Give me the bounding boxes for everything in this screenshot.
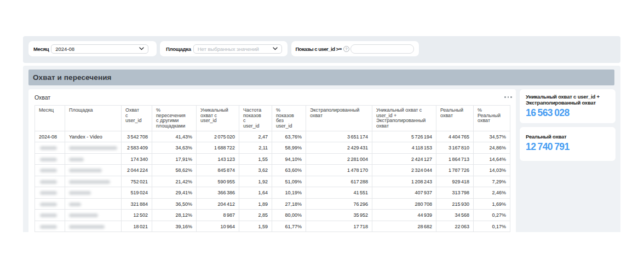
cell-value: 36,50% — [152, 198, 197, 210]
column-header-3[interactable]: Охват с user_id — [122, 106, 152, 131]
cell-month: 2024-08 — [35, 131, 65, 142]
cell-value: 61,77% — [272, 221, 306, 232]
cell-value: 12 502 — [122, 210, 152, 221]
section-header: Охват и пересечения — [28, 70, 614, 85]
cell-value: 1,89 — [239, 198, 272, 210]
cell-month — [35, 210, 65, 221]
section-title: Охват и пересечения — [33, 73, 112, 82]
cell-month — [35, 198, 65, 210]
cell-value: 58,99% — [272, 142, 306, 154]
table-row: 519 02429,41%366 3861,6410,19%41 551407 … — [35, 187, 510, 199]
redacted-blur — [69, 213, 98, 217]
cell-value: 2,46% — [474, 187, 510, 199]
cell-platform — [65, 198, 122, 210]
redacted-blur — [40, 203, 57, 206]
redacted-blur — [40, 180, 57, 184]
cell-value: 215 930 — [436, 198, 474, 210]
cell-value: 2 075 020 — [197, 131, 239, 142]
column-header-9[interactable]: Уникальный охват с user_id + Экстраполир… — [372, 106, 436, 131]
cell-value: 313 798 — [436, 187, 474, 199]
ellipsis-menu-icon[interactable] — [504, 95, 511, 99]
cell-value: 1,92 — [239, 176, 272, 187]
impressions-input[interactable] — [350, 44, 414, 54]
month-select[interactable]: 2024-08 — [51, 44, 148, 54]
cell-platform — [65, 210, 122, 221]
section-covr: Охват и пересечения Охват МесяцПлощадкаО… — [23, 66, 620, 232]
filter-impressions: Показы с user_id >= ? — [291, 41, 419, 56]
cell-value: 34,63% — [152, 142, 197, 154]
cell-value: 174 340 — [122, 153, 152, 165]
cell-value: 1 208 243 — [372, 176, 436, 187]
cell-value: 2 044 224 — [122, 165, 152, 176]
redacted-blur — [69, 203, 81, 206]
cell-value: 7,29% — [474, 176, 510, 187]
column-header-6[interactable]: Частота показов с user_id — [239, 106, 272, 131]
cell-value: 28,12% — [152, 210, 197, 221]
cell-value: 1 478 170 — [306, 165, 372, 176]
column-header-1[interactable]: Месяц — [35, 106, 65, 131]
filters-bar: Месяц 2024-08 Площадка Нет выбранных зна… — [23, 36, 620, 63]
cell-value: 41,43% — [152, 131, 197, 142]
redacted-blur — [40, 213, 57, 217]
cell-value: 80,00% — [272, 210, 306, 221]
question-icon[interactable]: ? — [343, 46, 349, 52]
cell-value: 1,69% — [474, 198, 510, 210]
cell-value: 58,62% — [152, 165, 197, 176]
cell-month — [35, 142, 65, 154]
platform-select-placeholder: Нет выбранных значений — [198, 46, 271, 52]
platform-select[interactable]: Нет выбранных значений — [193, 44, 282, 54]
cell-platform — [65, 165, 122, 176]
cell-value: 280 708 — [372, 198, 436, 210]
redacted-blur — [40, 225, 57, 229]
cell-platform — [65, 176, 122, 187]
chevron-down-icon — [139, 47, 144, 50]
table-row: 12 50228,12%8 9872,8580,00%35 95244 9393… — [35, 210, 510, 221]
table-row: 18 02139,16%10 9641,5961,77%17 71828 682… — [35, 221, 510, 232]
cell-value: 24,86% — [474, 142, 510, 154]
table-row: 174 34017,91%143 1231,5594,10%2 281 0042… — [35, 153, 510, 165]
column-header-8[interactable]: Экстраполированный охват — [306, 106, 372, 131]
coverage-table: МесяцПлощадкаОхват с user_id% пересечени… — [34, 105, 510, 232]
cell-value: 0,17% — [474, 221, 510, 232]
cell-value: 752 021 — [122, 176, 152, 187]
indicator-label: Уникальный охват с user_id + Экстраполир… — [526, 94, 610, 106]
cell-month — [35, 176, 65, 187]
cell-value: 14,64% — [474, 153, 510, 165]
table-row: 2 583 40934,63%1 688 7222,1158,99%2 429 … — [35, 142, 510, 154]
redacted-blur — [69, 158, 84, 161]
column-header-10[interactable]: Реальный охват — [436, 106, 474, 131]
indicators-column: Уникальный охват с user_id + Экстраполир… — [520, 89, 616, 161]
cell-value: 4 118 153 — [372, 142, 436, 154]
cell-value: 21,42% — [152, 176, 197, 187]
chevron-down-icon — [273, 47, 278, 50]
impressions-filter-label: Показы с user_id >= — [296, 46, 342, 52]
cell-value: 2,85 — [239, 210, 272, 221]
cell-value: 3 651 174 — [306, 131, 372, 142]
redacted-blur — [40, 158, 57, 161]
cell-value: 2 281 004 — [306, 153, 372, 165]
column-header-7[interactable]: % показов без user_id — [272, 106, 306, 131]
cell-platform — [65, 221, 122, 232]
cell-value: 1,55 — [239, 153, 272, 165]
table-row: 2 044 22458,62%845 8743,6263,60%1 478 17… — [35, 165, 510, 176]
cell-platform — [65, 187, 122, 199]
cell-value: 51,09% — [272, 176, 306, 187]
cell-value: 204 412 — [197, 198, 239, 210]
column-header-11[interactable]: % Реальный охват — [474, 106, 510, 131]
column-header-4[interactable]: % пересечения с другими площадками — [152, 106, 197, 131]
column-header-2[interactable]: Площадка — [65, 106, 122, 131]
cell-value: 17 718 — [306, 221, 372, 232]
cell-value: 34,57% — [474, 131, 510, 142]
cell-platform: Yandex - Video — [65, 131, 122, 142]
cell-value: 407 937 — [372, 187, 436, 199]
cell-value: 590 955 — [197, 176, 239, 187]
filter-month: Месяц 2024-08 — [28, 41, 157, 56]
cell-value: 94,10% — [272, 153, 306, 165]
column-header-5[interactable]: Уникальный охват с user_id — [197, 106, 239, 131]
indicator-value: 12 740 791 — [526, 141, 610, 153]
redacted-blur — [40, 146, 57, 150]
cell-value: 10,19% — [272, 187, 306, 199]
cell-value: 5 726 194 — [372, 131, 436, 142]
cell-value: 76 296 — [306, 198, 372, 210]
cell-value: 39,16% — [152, 221, 197, 232]
